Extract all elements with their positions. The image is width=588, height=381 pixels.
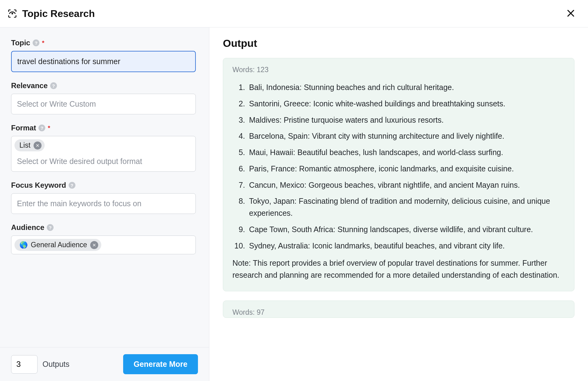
form-panel: Topic ? * Relevance ? [0, 27, 209, 381]
topic-research-modal: Topic Research Topic ? * [0, 0, 588, 381]
output-note: Note: This report provides a brief overv… [232, 257, 565, 281]
help-icon[interactable]: ? [47, 224, 54, 231]
outputs-label: Outputs [42, 360, 70, 369]
eye-scan-icon [7, 9, 17, 18]
close-icon [566, 8, 576, 19]
list-item: Santorini, Greece: Iconic white-washed b… [247, 98, 565, 110]
tag-label: List [19, 141, 30, 150]
help-icon[interactable]: ? [69, 182, 75, 189]
focus-keyword-input[interactable] [11, 193, 196, 214]
focus-keyword-group: Focus Keyword ? [11, 181, 198, 214]
help-icon[interactable]: ? [33, 39, 39, 46]
form-scroll[interactable]: Topic ? * Relevance ? [0, 27, 209, 347]
list-item: Cape Town, South Africa: Stunning landsc… [247, 223, 565, 236]
list-item: Paris, France: Romantic atmosphere, icon… [247, 163, 565, 175]
focus-keyword-label-row: Focus Keyword ? [11, 181, 198, 190]
output-card[interactable]: Words: 123 Bali, Indonesia: Stunning bea… [223, 58, 574, 291]
topic-label: Topic [11, 39, 30, 47]
close-button[interactable] [565, 7, 577, 20]
help-icon[interactable]: ? [50, 82, 57, 89]
word-count: Words: 123 [232, 66, 565, 74]
audience-label-row: Audience ? [11, 223, 198, 232]
output-title: Output [223, 37, 574, 49]
svg-point-0 [11, 13, 13, 14]
audience-tag-input[interactable]: 🌎 General Audience [11, 236, 196, 254]
relevance-input[interactable] [11, 94, 196, 114]
format-label-row: Format ? * [11, 124, 198, 132]
audience-label: Audience [11, 223, 44, 232]
tag-remove-icon[interactable] [34, 141, 42, 150]
header-left: Topic Research [7, 8, 95, 19]
relevance-label-row: Relevance ? [11, 81, 198, 90]
relevance-group: Relevance ? [11, 81, 198, 114]
footer-left: Outputs [11, 355, 70, 374]
help-icon[interactable]: ? [38, 125, 45, 131]
tag-remove-icon[interactable] [90, 241, 98, 249]
format-tag-input[interactable]: List [11, 136, 196, 172]
form-footer: Outputs Generate More [0, 347, 209, 381]
output-list: Bali, Indonesia: Stunning beaches and ri… [232, 81, 565, 252]
list-item: Cancun, Mexico: Gorgeous beaches, vibran… [247, 179, 565, 191]
modal-body: Topic ? * Relevance ? [0, 27, 588, 381]
topic-label-row: Topic ? * [11, 39, 198, 47]
format-group: Format ? * List [11, 124, 198, 172]
generate-more-button[interactable]: Generate More [123, 354, 198, 374]
modal-header: Topic Research [0, 0, 588, 27]
relevance-label: Relevance [11, 81, 48, 90]
tag-label: General Audience [31, 241, 87, 249]
audience-group: Audience ? 🌎 General Audience [11, 223, 198, 254]
word-count: Words: 97 [232, 308, 565, 317]
topic-input[interactable] [11, 51, 196, 72]
list-item: Tokyo, Japan: Fascinating blend of tradi… [247, 195, 565, 219]
output-card[interactable]: Words: 97 [223, 301, 574, 318]
page-title: Topic Research [22, 8, 95, 19]
outputs-count-input[interactable] [11, 355, 38, 374]
format-label: Format [11, 124, 36, 132]
list-item: Sydney, Australia: Iconic landmarks, bea… [247, 240, 565, 252]
globe-icon: 🌎 [19, 241, 28, 249]
audience-tag-general: 🌎 General Audience [14, 239, 101, 251]
topic-group: Topic ? * [11, 39, 198, 72]
output-panel: Output Words: 123 Bali, Indonesia: Stunn… [209, 27, 588, 381]
list-item: Maui, Hawaii: Beautiful beaches, lush la… [247, 146, 565, 158]
focus-keyword-label: Focus Keyword [11, 181, 66, 190]
format-input[interactable] [14, 154, 192, 170]
output-scroll[interactable]: Words: 123 Bali, Indonesia: Stunning bea… [223, 58, 574, 381]
audience-tag-row: 🌎 General Audience [14, 239, 192, 251]
required-star: * [42, 39, 44, 47]
format-tag-list: List [14, 139, 45, 151]
list-item: Bali, Indonesia: Stunning beaches and ri… [247, 81, 565, 93]
required-star: * [48, 125, 50, 132]
format-tag-row: List [14, 139, 192, 151]
list-item: Maldives: Pristine turquoise waters and … [247, 114, 565, 126]
list-item: Barcelona, Spain: Vibrant city with stun… [247, 130, 565, 142]
